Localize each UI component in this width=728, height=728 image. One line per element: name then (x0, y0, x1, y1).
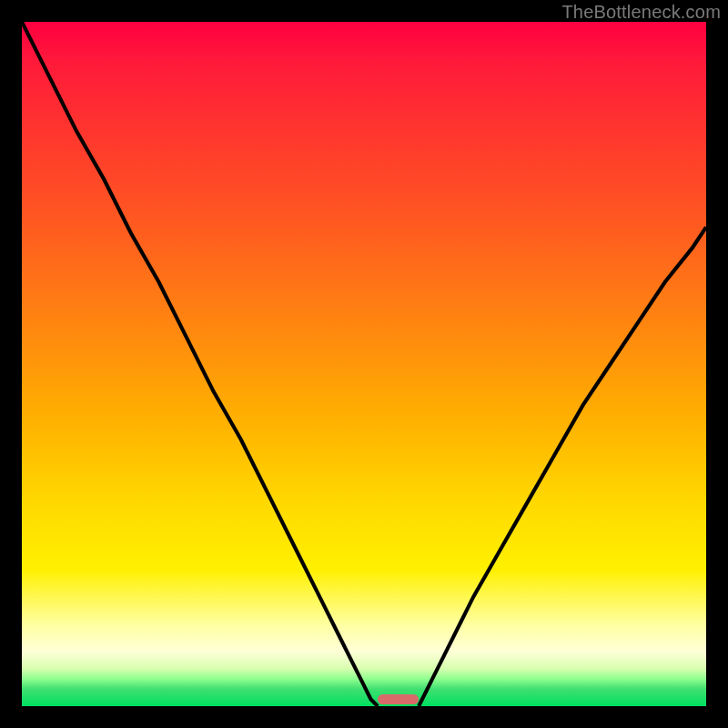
chart-frame: TheBottleneck.com (0, 0, 728, 728)
plot-area (22, 22, 706, 706)
left-curve (22, 22, 378, 706)
watermark-text: TheBottleneck.com (561, 2, 721, 23)
right-curve (419, 228, 706, 706)
baseline-marker (378, 694, 419, 704)
curves-svg (22, 22, 706, 706)
